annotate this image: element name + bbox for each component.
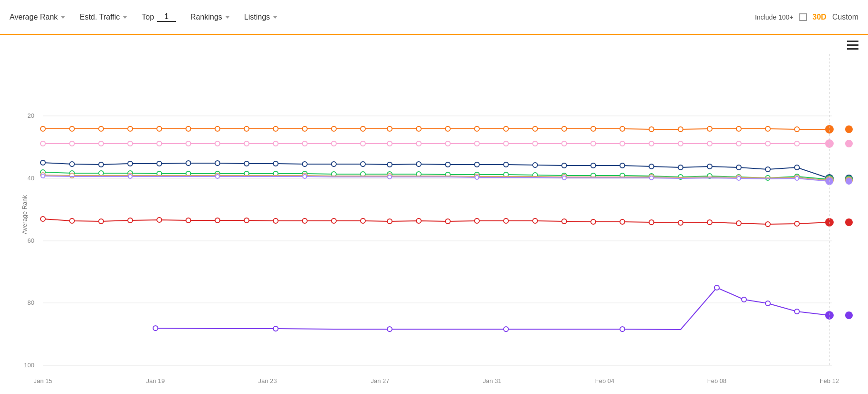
svg-point-61 [445,141,450,146]
svg-point-31 [416,126,421,131]
svg-point-190 [387,327,392,332]
svg-point-168 [302,218,307,223]
svg-point-179 [620,219,625,224]
svg-point-195 [765,301,770,306]
listings-label: Listings [244,13,270,21]
svg-text:Feb 08: Feb 08 [707,377,726,384]
svg-point-88 [387,162,392,167]
svg-point-57 [331,141,336,146]
svg-point-90 [445,162,450,167]
include-checkbox[interactable] [799,13,807,21]
svg-point-167 [273,218,278,223]
svg-point-198 [845,311,853,319]
svg-point-75 [845,140,853,147]
svg-point-78 [99,162,103,167]
svg-point-87 [361,162,365,166]
svg-point-91 [475,162,479,167]
svg-point-49 [99,141,103,146]
svg-point-152 [475,176,479,179]
svg-point-100 [736,165,741,170]
svg-point-188 [153,326,158,331]
svg-point-50 [128,141,133,146]
svg-point-181 [678,220,683,225]
svg-point-22 [157,126,162,131]
top-value-input[interactable] [157,12,176,22]
svg-point-69 [678,141,683,146]
listings-dropdown[interactable]: Listings [244,13,278,21]
svg-point-187 [845,218,853,226]
svg-point-196 [795,309,799,314]
svg-point-32 [445,126,450,131]
svg-point-194 [742,297,746,302]
svg-point-193 [714,285,719,290]
svg-point-165 [215,218,220,223]
svg-point-94 [562,163,567,168]
svg-point-150 [303,175,307,178]
svg-point-178 [591,219,596,224]
svg-point-177 [562,219,567,224]
top-label: Top [142,13,154,21]
svg-point-180 [649,220,654,225]
svg-point-51 [157,141,162,146]
svg-point-155 [737,176,741,180]
svg-point-172 [416,218,421,223]
rankings-dropdown[interactable]: Rankings [190,13,230,21]
svg-point-71 [736,141,741,146]
top-input-group: Top [142,12,176,22]
svg-point-149 [216,175,219,178]
svg-point-77 [70,162,74,166]
svg-point-89 [416,162,421,166]
svg-point-47 [41,141,45,146]
svg-point-176 [533,218,537,223]
svg-point-92 [504,162,508,167]
include-label: Include 100+ [755,13,794,21]
svg-point-42 [736,126,741,131]
svg-point-23 [186,126,191,131]
svg-point-29 [361,126,365,131]
svg-point-171 [387,219,392,224]
svg-point-70 [707,141,712,146]
svg-point-64 [533,141,537,146]
svg-point-72 [765,141,770,146]
average-rank-label: Average Rank [10,13,58,21]
btn-custom[interactable]: Custom [832,13,858,21]
svg-point-53 [215,141,220,146]
red-line [41,217,853,227]
svg-point-184 [765,222,770,227]
svg-text:Feb 04: Feb 04 [595,377,614,384]
svg-point-54 [244,141,249,146]
svg-point-48 [70,141,74,146]
svg-point-107 [99,171,103,176]
svg-point-158 [846,178,852,185]
average-rank-dropdown[interactable]: Average Rank [10,13,65,21]
svg-point-96 [620,163,625,168]
blue-line [41,160,853,182]
svg-point-173 [445,219,450,224]
svg-point-84 [273,161,278,166]
svg-text:Jan 27: Jan 27 [371,377,389,384]
svg-point-38 [620,126,625,131]
svg-point-39 [649,127,654,132]
btn-30d[interactable]: 30D [813,13,827,21]
svg-point-170 [361,218,365,223]
svg-point-86 [331,162,336,166]
toolbar: Average Rank Estd. Traffic Top Rankings … [0,0,868,35]
svg-point-183 [736,221,741,226]
svg-point-35 [533,126,537,131]
svg-point-82 [215,161,220,166]
svg-point-44 [795,127,799,132]
svg-point-65 [562,141,567,146]
svg-point-98 [678,165,683,170]
svg-text:Jan 19: Jan 19 [146,377,165,384]
svg-point-191 [504,327,508,332]
svg-point-166 [244,218,249,223]
svg-point-156 [795,176,799,180]
svg-point-18 [41,126,45,131]
svg-point-56 [302,141,307,146]
svg-point-83 [244,161,249,166]
estd-traffic-dropdown[interactable]: Estd. Traffic [80,13,127,21]
orange-line [41,125,853,133]
svg-point-43 [765,126,770,131]
svg-point-81 [186,161,191,166]
svg-point-160 [70,218,74,223]
